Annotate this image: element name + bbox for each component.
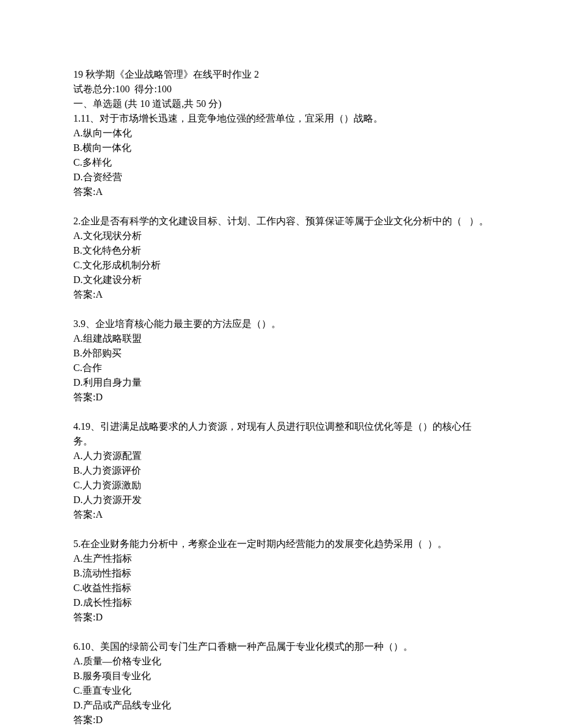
question-option: D.人力资源开发 — [73, 493, 489, 507]
question-option: C.多样化 — [73, 155, 489, 170]
questions-container: 1.11、对于市场增长迅速，且竞争地位强的经营单位，宜采用（）战略。A.纵向一体… — [73, 111, 489, 727]
question-option: B.服务项目专业化 — [73, 669, 489, 683]
question-option: B.外部购买 — [73, 346, 489, 361]
question-block: 6.10、美国的绿箭公司专门生产口香糖一种产品属于专业化模式的那一种（）。A.质… — [73, 639, 489, 727]
question-option: A.组建战略联盟 — [73, 331, 489, 346]
question-option: B.文化特色分析 — [73, 243, 489, 258]
question-block: 5.在企业财务能力分析中，考察企业在一定时期内经营能力的发展变化趋势采用（ ）。… — [73, 537, 489, 625]
exam-title: 19 秋学期《企业战略管理》在线平时作业 2 — [73, 67, 489, 82]
section-header: 一、单选题 (共 10 道试题,共 50 分) — [73, 97, 489, 111]
question-option: A.文化现状分析 — [73, 229, 489, 243]
question-option: C.垂直专业化 — [73, 683, 489, 698]
question-block: 3.9、企业培育核心能力最主要的方法应是（）。A.组建战略联盟B.外部购买C.合… — [73, 317, 489, 405]
question-answer: 答案:A — [73, 287, 489, 302]
question-option: D.成长性指标 — [73, 595, 489, 610]
question-answer: 答案:A — [73, 507, 489, 522]
question-option: A.生产性指标 — [73, 551, 489, 566]
question-block: 4.19、引进满足战略要求的人力资源，对现有人员进行职位调整和职位优化等是（）的… — [73, 419, 489, 522]
question-stem: 2.企业是否有科学的文化建设目标、计划、工作内容、预算保证等属于企业文化分析中的… — [73, 214, 489, 229]
question-block: 1.11、对于市场增长迅速，且竞争地位强的经营单位，宜采用（）战略。A.纵向一体… — [73, 111, 489, 199]
question-stem: 5.在企业财务能力分析中，考察企业在一定时期内经营能力的发展变化趋势采用（ ）。 — [73, 537, 489, 551]
question-option: A.人力资源配置 — [73, 449, 489, 463]
question-answer: 答案:A — [73, 185, 489, 199]
question-option: B.人力资源评价 — [73, 463, 489, 478]
question-option: D.利用自身力量 — [73, 375, 489, 390]
question-option: C.人力资源激励 — [73, 478, 489, 493]
question-option: A.纵向一体化 — [73, 126, 489, 141]
question-stem: 4.19、引进满足战略要求的人力资源，对现有人员进行职位调整和职位优化等是（）的… — [73, 419, 489, 449]
question-option: C.文化形成机制分析 — [73, 258, 489, 273]
question-option: D.合资经营 — [73, 170, 489, 185]
question-answer: 答案:D — [73, 713, 489, 727]
question-stem: 1.11、对于市场增长迅速，且竞争地位强的经营单位，宜采用（）战略。 — [73, 111, 489, 126]
question-answer: 答案:D — [73, 390, 489, 405]
question-answer: 答案:D — [73, 610, 489, 625]
question-stem: 3.9、企业培育核心能力最主要的方法应是（）。 — [73, 317, 489, 331]
question-option: D.文化建设分析 — [73, 273, 489, 287]
question-option: C.收益性指标 — [73, 581, 489, 595]
question-option: D.产品或产品线专业化 — [73, 698, 489, 713]
question-option: B.流动性指标 — [73, 566, 489, 581]
question-stem: 6.10、美国的绿箭公司专门生产口香糖一种产品属于专业化模式的那一种（）。 — [73, 639, 489, 654]
question-option: C.合作 — [73, 361, 489, 375]
question-option: A.质量—价格专业化 — [73, 654, 489, 669]
question-block: 2.企业是否有科学的文化建设目标、计划、工作内容、预算保证等属于企业文化分析中的… — [73, 214, 489, 302]
score-line: 试卷总分:100 得分:100 — [73, 82, 489, 97]
question-option: B.横向一体化 — [73, 141, 489, 155]
